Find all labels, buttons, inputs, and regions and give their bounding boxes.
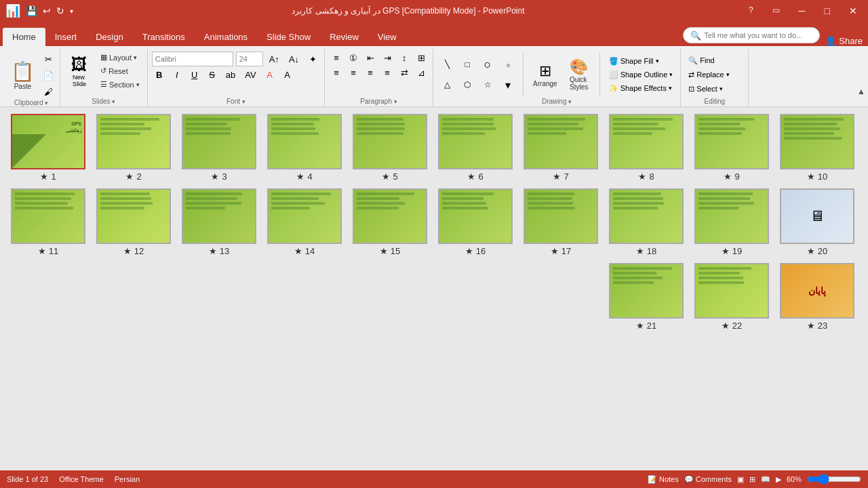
char-spacing-btn[interactable]: AV	[241, 68, 259, 81]
tab-review[interactable]: Review	[320, 28, 368, 46]
slide-item-1[interactable]: GPSزهکشی ★ 1	[11, 114, 85, 182]
slide-thumb-13[interactable]	[182, 188, 256, 244]
slide-item-23[interactable]: پایان ★ 23	[780, 263, 854, 331]
numbering-btn[interactable]: ①	[346, 52, 361, 64]
shape-rect-icon[interactable]: □	[458, 55, 477, 74]
minimize-btn[interactable]: ─	[793, 4, 811, 18]
line-spacing-btn[interactable]: ↕	[397, 52, 412, 64]
slide-item-13[interactable]: ★ 13	[182, 188, 256, 256]
slide-thumb-8[interactable]	[609, 114, 684, 169]
justify-btn[interactable]: ≡	[380, 66, 395, 79]
collapse-ribbon-btn[interactable]: ▲	[857, 87, 865, 96]
new-slide-btn[interactable]: 🖼 NewSlide	[64, 53, 94, 89]
increase-font-btn[interactable]: A↑	[266, 53, 283, 66]
quick-styles-btn[interactable]: 🎨 QuickStyles	[564, 56, 594, 94]
shape-fill-btn[interactable]: 🪣 Shape Fill ▾	[606, 56, 677, 67]
shadow-btn[interactable]: ab	[222, 68, 239, 81]
slide-thumb-3[interactable]	[182, 114, 256, 169]
shape-effects-btn[interactable]: ✨ Shape Effects ▾	[606, 83, 677, 94]
layout-btn[interactable]: ▦ Layout ▾	[97, 52, 143, 63]
shape-arrow-icon[interactable]: ⬦	[498, 55, 517, 74]
slide-item-17[interactable]: ★ 17	[524, 188, 598, 256]
clear-format-btn[interactable]: ✦	[305, 53, 320, 66]
slide-item-10[interactable]: ★ 10	[780, 114, 854, 182]
slide-thumb-12[interactable]	[96, 188, 171, 244]
ribbon-display-btn[interactable]: ▭	[767, 4, 785, 18]
tab-view[interactable]: View	[368, 28, 406, 46]
find-btn[interactable]: 🔍 Find	[685, 55, 717, 66]
slide-thumb-11[interactable]	[11, 188, 85, 244]
copy-btn[interactable]: 📄	[41, 68, 56, 83]
help-icon[interactable]: ?	[743, 4, 759, 18]
tab-animations[interactable]: Animations	[195, 28, 257, 46]
slide-thumb-4[interactable]	[267, 114, 342, 169]
shape-line-icon[interactable]: ╲	[437, 55, 456, 74]
font-size-select[interactable]	[236, 52, 263, 66]
slide-thumb-10[interactable]	[780, 114, 854, 169]
shape-3-icon[interactable]: ⬡	[458, 75, 477, 94]
strikethrough-btn[interactable]: S	[205, 68, 220, 81]
shape-oval-icon[interactable]: ○	[478, 55, 497, 74]
select-btn[interactable]: ⊡ Select ▾	[685, 83, 726, 95]
slide-thumb-7[interactable]	[524, 114, 598, 169]
cut-btn[interactable]: ✂	[41, 52, 56, 66]
slide-item-6[interactable]: ★ 6	[438, 114, 513, 182]
shape-outline-btn[interactable]: ⬜ Shape Outline ▾	[606, 69, 677, 81]
slide-thumb-21[interactable]	[609, 263, 684, 319]
shape-2-icon[interactable]: △	[437, 75, 456, 94]
slide-item-21[interactable]: ★ 21	[609, 263, 684, 331]
replace-btn[interactable]: ⇄ Replace ▾	[685, 69, 732, 81]
zoom-slider[interactable]	[807, 474, 861, 485]
share-btn[interactable]: Share	[839, 36, 863, 46]
slide-thumb-9[interactable]	[694, 114, 769, 169]
align-right-btn[interactable]: ≡	[363, 66, 378, 79]
decrease-font-btn[interactable]: A↓	[285, 53, 302, 66]
slide-thumb-22[interactable]	[694, 263, 769, 319]
slide-thumb-2[interactable]	[96, 114, 171, 169]
slide-thumb-20[interactable]: 🖥	[780, 188, 854, 244]
format-painter-btn[interactable]: 🖌	[41, 84, 56, 99]
slide-sorter-btn[interactable]: ⊞	[749, 475, 755, 484]
slide-thumb-23[interactable]: پایان	[780, 263, 854, 319]
underline-btn[interactable]: U	[187, 68, 202, 81]
normal-view-btn[interactable]: ▣	[737, 475, 744, 484]
smart-art-btn[interactable]: ⊿	[414, 66, 429, 79]
quick-access-undo[interactable]: ↩	[43, 5, 51, 16]
slide-thumb-6[interactable]	[438, 114, 513, 169]
slide-item-20[interactable]: 🖥 ★ 20	[780, 188, 854, 256]
slide-item-22[interactable]: ★ 22	[694, 263, 769, 331]
slide-thumb-5[interactable]	[353, 114, 427, 169]
slide-thumb-1[interactable]: GPSزهکشی	[11, 114, 85, 169]
align-center-btn[interactable]: ≡	[346, 66, 361, 79]
section-btn[interactable]: ☰ Section ▾	[97, 79, 143, 90]
shape-4-icon[interactable]: ☆	[478, 75, 497, 94]
font-color-btn[interactable]: A	[262, 68, 277, 81]
paste-btn[interactable]: 📋 Paste	[7, 58, 39, 93]
close-btn[interactable]: ✕	[844, 4, 863, 18]
slide-thumb-15[interactable]	[353, 188, 427, 244]
tab-transitions[interactable]: Transitions	[133, 28, 195, 46]
italic-btn[interactable]: I	[170, 68, 184, 81]
arrange-btn[interactable]: ⊞ Arrange	[529, 60, 561, 90]
reading-view-btn[interactable]: 📖	[761, 475, 770, 484]
slide-item-4[interactable]: ★ 4	[267, 114, 342, 182]
quick-access-redo[interactable]: ↻	[56, 5, 64, 16]
tab-design[interactable]: Design	[86, 28, 132, 46]
tell-me-search[interactable]: 🔍	[683, 27, 820, 43]
slide-item-5[interactable]: ★ 5	[353, 114, 427, 182]
slide-thumb-19[interactable]	[694, 188, 769, 244]
comments-btn[interactable]: 💬 Comments	[684, 475, 732, 484]
notes-btn[interactable]: 📝 Notes	[648, 475, 679, 484]
slide-thumb-17[interactable]	[524, 188, 598, 244]
quick-access-save[interactable]: 💾	[26, 5, 37, 16]
slide-item-11[interactable]: ★ 11	[11, 188, 85, 256]
bold-btn[interactable]: B	[152, 68, 167, 81]
slide-item-12[interactable]: ★ 12	[96, 188, 171, 256]
tab-insert[interactable]: Insert	[45, 28, 87, 46]
slide-item-19[interactable]: ★ 19	[694, 188, 769, 256]
bullets-btn[interactable]: ≡	[329, 52, 344, 64]
tell-me-input[interactable]	[704, 31, 812, 39]
slide-item-7[interactable]: ★ 7	[524, 114, 598, 182]
slide-item-14[interactable]: ★ 14	[267, 188, 342, 256]
slide-item-18[interactable]: ★ 18	[609, 188, 684, 256]
